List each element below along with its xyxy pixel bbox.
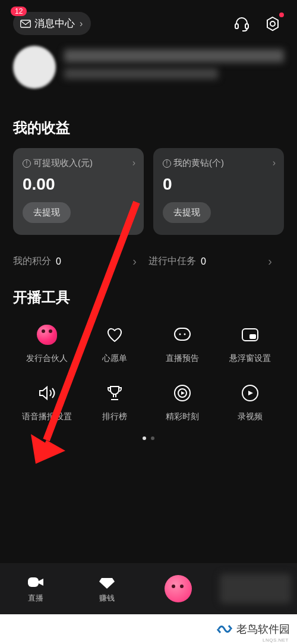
withdrawable-card[interactable]: ! 可提现收入(元) › 0.00 去提现 [13,148,144,235]
support-button[interactable] [230,12,253,35]
settings-notification-dot [279,12,284,17]
withdrawable-label: 可提现收入(元) [33,158,93,169]
withdraw-button[interactable]: 去提现 [23,202,71,223]
footer-logo-icon [216,623,233,636]
chevron-right-icon: › [80,18,83,29]
diamond-icon [98,574,116,590]
tool-highlights[interactable]: 精彩时刻 [148,381,216,422]
chevron-right-icon: › [273,158,276,168]
earnings-title: 我的收益 [0,104,297,148]
partner-icon [37,325,57,345]
tool-label: 精彩时刻 [166,411,199,422]
points-stat[interactable]: 我的积分 0 [13,255,148,268]
speech-icon [172,325,192,345]
record-icon [240,383,260,403]
tool-label: 心愿单 [102,353,127,364]
tool-label: 排行榜 [102,411,127,422]
chevron-right-icon: › [132,158,135,168]
page-dot-active [143,436,146,440]
tasks-value: 0 [201,256,206,267]
tool-wishlist[interactable]: 心愿单 [81,322,148,364]
page-dot [151,436,154,440]
video-icon [27,574,45,590]
tool-partner[interactable]: 发行合伙人 [13,322,81,364]
play-circle-icon [172,383,192,403]
withdrawable-value: 0.00 [23,175,134,194]
points-label: 我的积分 [13,255,51,268]
svg-rect-0 [21,20,31,27]
svg-rect-4 [175,328,190,340]
diamonds-withdraw-button[interactable]: 去提现 [163,202,211,223]
diamonds-card[interactable]: ! 我的黄钻(个) › 0 去提现 [153,148,284,235]
info-icon: ! [163,159,171,168]
mail-icon [20,20,31,28]
tools-title: 开播工具 [0,274,297,318]
svg-rect-2 [245,24,248,29]
nav-live[interactable]: 直播 [0,574,71,604]
notification-badge: 12 [11,7,27,16]
tool-label: 语音播报设置 [22,411,72,422]
profile-section[interactable] [0,41,297,104]
headset-icon [233,15,250,32]
message-center-pill[interactable]: 12 消息中心 › [13,12,91,35]
svg-rect-12 [28,577,39,587]
settings-icon [264,15,281,32]
speaker-icon [37,383,57,403]
avatar [13,46,56,89]
trophy-icon [105,383,125,403]
diamonds-label: 我的黄钻(个) [173,158,224,169]
profile-blob-icon [165,575,192,602]
nav-profile[interactable] [143,575,214,602]
tool-voice-broadcast[interactable]: 语音播报设置 [13,381,81,422]
svg-point-5 [179,334,181,335]
tool-label: 直播预告 [166,353,199,364]
svg-point-3 [270,21,275,26]
tool-label: 发行合伙人 [26,353,68,364]
footer-sub: LNQS.NET [263,637,289,643]
tool-label: 录视频 [238,411,263,422]
footer-watermark: 老鸟软件园 LNQS.NET [0,614,297,644]
tool-float-window[interactable]: 悬浮窗设置 [216,322,284,364]
nav-earn-label: 赚钱 [99,593,115,604]
points-value: 0 [56,256,61,267]
tools-grid: 发行合伙人 心愿单 直播预告 悬浮窗设置 语音播报设置 排行榜 精彩时刻 录视频 [0,318,297,422]
nav-earn[interactable]: 赚钱 [71,574,143,604]
svg-rect-8 [249,334,256,339]
tool-leaderboard[interactable]: 排行榜 [81,381,148,422]
heart-icon [105,325,125,345]
diamonds-value: 0 [163,175,274,194]
settings-button[interactable] [261,12,284,35]
tool-preview[interactable]: 直播预告 [148,322,216,364]
bottom-nav: 直播 赚钱 [0,563,297,614]
nav-obscured [220,574,291,604]
stats-row: 我的积分 0 进行中任务 0 [0,235,297,274]
earnings-cards: ! 可提现收入(元) › 0.00 去提现 ! 我的黄钻(个) › 0 去提现 [0,148,297,235]
svg-point-6 [184,334,186,335]
tool-label: 悬浮窗设置 [229,353,271,364]
tool-record-video[interactable]: 录视频 [216,381,284,422]
message-center-label: 消息中心 [34,17,75,30]
footer-brand: 老鸟软件园 [236,622,290,636]
tasks-label: 进行中任务 [148,255,196,268]
header-bar: 12 消息中心 › [0,0,297,41]
profile-info-obscured [64,49,284,85]
info-icon: ! [23,159,31,168]
page-indicator [0,436,297,440]
svg-rect-1 [235,24,238,29]
pip-icon [240,325,260,345]
nav-live-label: 直播 [28,593,43,604]
tasks-stat[interactable]: 进行中任务 0 [148,255,284,268]
